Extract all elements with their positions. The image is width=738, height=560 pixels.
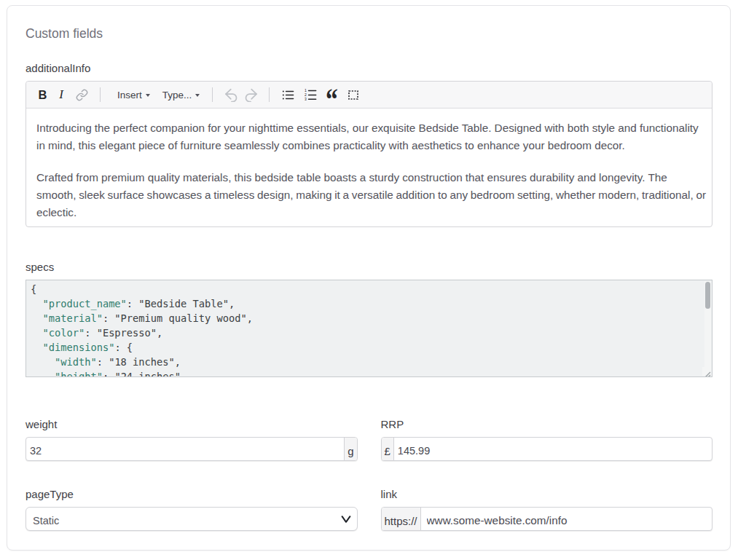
- link-protocol-addon: https://: [382, 508, 421, 530]
- page-type-select[interactable]: Static: [25, 507, 358, 531]
- page-type-value: Static: [33, 515, 59, 527]
- rte-paragraph: Crafted from premium quality materials, …: [36, 169, 702, 221]
- rrp-input-group: £: [381, 437, 713, 461]
- code-token: [31, 371, 55, 377]
- numbered-list-button[interactable]: 1 2 3: [300, 84, 321, 105]
- code-token: : "Premium quality wood",: [103, 312, 253, 324]
- code-token: [31, 342, 42, 353]
- rte-line: Crafted from premium quality materials, …: [36, 169, 702, 186]
- code-token: : "Bedside Table",: [127, 298, 235, 309]
- field-specs: specs { "product_name": "Bedside Table",…: [25, 260, 713, 377]
- svg-text:3: 3: [305, 97, 307, 100]
- code-line: "dimensions": {: [31, 340, 702, 355]
- weight-input[interactable]: [26, 438, 344, 460]
- resize-grip-icon[interactable]: [702, 367, 711, 376]
- code-token-key: "material": [42, 312, 102, 324]
- numbered-list-icon: 1 2 3: [305, 89, 317, 100]
- form-row: weight g RRP £: [25, 417, 713, 461]
- code-line: "product_name": "Bedside Table",: [31, 296, 702, 311]
- field-rrp: RRP £: [381, 417, 713, 461]
- type-dropdown[interactable]: Type...: [158, 84, 205, 105]
- weight-unit-addon: g: [344, 438, 356, 460]
- link-button[interactable]: [71, 84, 92, 105]
- redo-button[interactable]: [242, 84, 261, 105]
- scrollbar-track[interactable]: [704, 281, 711, 376]
- field-additional-info: additionalInfo B I Insert: [25, 61, 713, 227]
- rte-content[interactable]: Introducing the perfect companion for yo…: [26, 109, 712, 226]
- code-line: "width": "18 inches",: [31, 355, 702, 369]
- code-token: [31, 298, 42, 309]
- code-line: "material": "Premium quality wood",: [31, 311, 702, 326]
- scrollbar-thumb[interactable]: [705, 282, 710, 309]
- chevron-down-icon: [146, 94, 150, 97]
- code-token-key: "dimensions": [42, 342, 114, 353]
- code-token-key: "height": [55, 371, 103, 377]
- code-token-key: "width": [55, 356, 97, 368]
- redo-icon: [245, 88, 258, 102]
- square-icon: [348, 90, 358, 100]
- custom-fields-card: Custom fields additionalInfo B I Insert: [7, 5, 731, 551]
- specs-label: specs: [25, 260, 713, 274]
- code-line: "color": "Espresso",: [31, 326, 702, 340]
- link-input[interactable]: [421, 508, 712, 530]
- field-weight: weight g: [25, 417, 358, 461]
- link-input-group: https://: [381, 507, 713, 531]
- rte-line: eclectic.: [36, 204, 702, 221]
- blockquote-button[interactable]: “: [321, 84, 342, 105]
- code-line: {: [31, 282, 702, 296]
- rte-toolbar: B I Insert Type...: [26, 82, 712, 109]
- weight-label: weight: [25, 417, 358, 431]
- insert-dropdown-label: Insert: [117, 90, 142, 100]
- undo-icon: [224, 88, 238, 102]
- rrp-label: RRP: [381, 417, 713, 431]
- chevron-down-icon: [195, 94, 200, 97]
- specs-code-content: { "product_name": "Bedside Table", "mate…: [31, 282, 702, 377]
- code-token: : {: [114, 342, 133, 353]
- rte-line: smooth, sleek surface showcases a timele…: [36, 186, 702, 204]
- field-link: link https://: [381, 487, 713, 531]
- specs-code-editor[interactable]: { "product_name": "Bedside Table", "mate…: [25, 280, 713, 377]
- code-token-key: "color": [42, 327, 85, 339]
- bullet-list-button[interactable]: [278, 84, 298, 105]
- code-token: [31, 356, 55, 368]
- bold-button[interactable]: B: [31, 84, 51, 105]
- type-dropdown-label: Type...: [162, 90, 192, 100]
- rich-text-editor: B I Insert Type...: [25, 81, 713, 227]
- code-token-key: "product_name": [42, 298, 126, 309]
- code-block-button[interactable]: [343, 84, 364, 105]
- page-title: Custom fields: [25, 25, 713, 42]
- rte-line: in mind, this elegant piece of furniture…: [36, 137, 702, 154]
- rte-paragraph: Introducing the perfect companion for yo…: [36, 119, 702, 154]
- italic-button[interactable]: I: [51, 84, 71, 105]
- toolbar-divider: [269, 87, 270, 102]
- code-line: "height": "24 inches": [31, 369, 702, 377]
- weight-input-group: g: [25, 437, 358, 461]
- form-row: pageType Static link https://: [25, 487, 713, 531]
- code-token: : "Espresso",: [85, 327, 162, 339]
- code-token: [31, 327, 42, 339]
- toolbar-divider: [212, 87, 213, 102]
- insert-dropdown[interactable]: Insert: [113, 84, 154, 105]
- link-label: link: [381, 487, 713, 501]
- additional-info-label: additionalInfo: [25, 61, 713, 75]
- bullet-list-icon: [282, 90, 294, 100]
- code-token: : "18 inches",: [97, 356, 181, 368]
- page-type-label: pageType: [25, 487, 358, 501]
- rrp-input[interactable]: [394, 438, 712, 460]
- toolbar-divider: [100, 87, 101, 102]
- link-icon: [76, 89, 88, 101]
- code-token: [31, 312, 42, 324]
- code-token: {: [31, 283, 36, 295]
- chevron-down-icon: [341, 513, 351, 525]
- rrp-currency-addon: £: [382, 438, 394, 460]
- field-page-type: pageType Static: [25, 487, 358, 531]
- rte-line: Introducing the perfect companion for yo…: [36, 119, 702, 137]
- code-token: : "24 inches": [103, 371, 181, 377]
- undo-button[interactable]: [221, 84, 240, 105]
